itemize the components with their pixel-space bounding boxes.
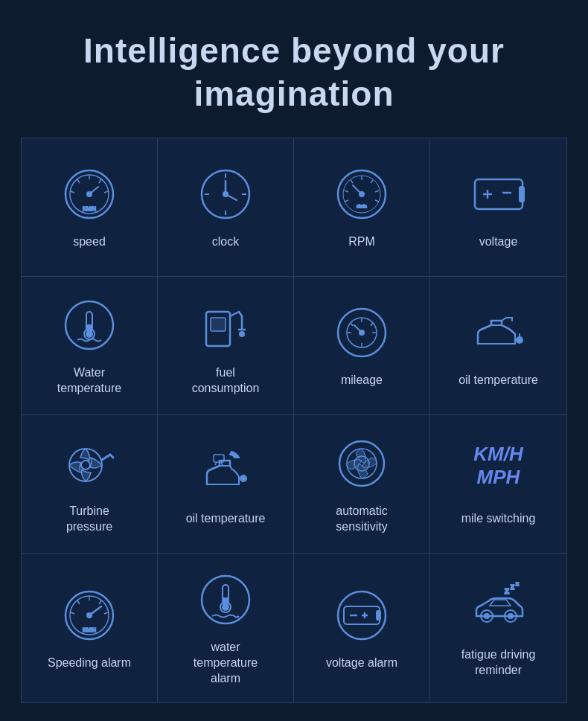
svg-point-46 — [240, 332, 244, 336]
svg-text:z: z — [505, 586, 509, 596]
svg-line-76 — [71, 612, 74, 614]
grid-row-3: Turbinepressure oil temperatur — [22, 415, 566, 554]
water-alarm-icon — [196, 570, 255, 629]
mile-switch-icon: KM/HMPH — [469, 441, 528, 501]
svg-point-66 — [339, 441, 384, 486]
svg-line-74 — [104, 612, 108, 614]
cell-mileage-label: mileage — [341, 373, 383, 388]
cell-auto-sens: automaticsensitivity — [294, 415, 430, 553]
svg-line-61 — [110, 455, 113, 458]
svg-point-92 — [485, 614, 489, 618]
cell-speed: KM/H speed — [22, 138, 158, 276]
svg-line-52 — [351, 323, 353, 326]
svg-line-4 — [99, 179, 101, 183]
svg-line-7 — [71, 191, 74, 193]
mileage-icon — [332, 303, 392, 362]
cell-mileage: mileage — [294, 277, 430, 414]
svg-line-75 — [77, 600, 80, 604]
cell-turbine: Turbinepressure — [22, 415, 158, 553]
cell-water-alarm: watertemperaturealarm — [158, 554, 294, 702]
svg-rect-86 — [377, 611, 380, 620]
svg-point-59 — [81, 461, 90, 470]
cell-voltage: voltage — [430, 138, 566, 276]
cell-auto-sens-label: automaticsensitivity — [336, 504, 387, 535]
cell-oil-temp-label: oil temperature — [458, 373, 538, 388]
cell-water-alarm-label: watertemperaturealarm — [194, 640, 258, 686]
svg-rect-83 — [224, 598, 228, 609]
svg-line-60 — [102, 455, 110, 460]
svg-line-25 — [345, 190, 348, 192]
cell-speed-alarm-label: Speeding alarm — [48, 656, 131, 671]
speed-alarm-icon: KM/H — [60, 586, 119, 645]
svg-text:z: z — [516, 580, 519, 587]
svg-line-21 — [371, 180, 373, 183]
svg-line-23 — [375, 200, 379, 202]
svg-line-50 — [371, 323, 373, 326]
rpm-icon: r/min — [332, 164, 392, 224]
page-title: Intelligence beyond your imagination — [45, 30, 543, 115]
cell-speed-label: speed — [73, 234, 106, 250]
cell-oil-temp2: oil temperature — [158, 415, 294, 553]
svg-point-93 — [508, 614, 513, 618]
svg-text:r/min: r/min — [357, 204, 366, 208]
svg-line-6 — [77, 179, 80, 183]
grid-row-2: Watertemperature fuelconsumption — [22, 277, 566, 415]
cell-oil-temp: oil temperature — [430, 277, 566, 414]
svg-text:z: z — [511, 583, 514, 591]
svg-rect-30 — [475, 179, 523, 209]
svg-point-56 — [359, 330, 364, 335]
oil-gauge-icon — [196, 441, 255, 501]
cell-clock-label: clock — [212, 234, 239, 250]
cell-mile-switch: KM/HMPH mile switching — [430, 415, 566, 553]
cell-fatigue-label: fatigue drivingreminder — [461, 647, 536, 679]
cell-water-temp-label: Watertemperature — [57, 365, 121, 397]
feature-grid: KM/H speed — [21, 138, 567, 703]
svg-rect-31 — [520, 187, 524, 202]
cell-fuel-label: fuelconsumption — [192, 365, 260, 397]
cell-voltage-label: voltage — [479, 234, 518, 250]
cell-rpm-label: RPM — [348, 234, 375, 250]
cell-volt-alarm-label: voltage alarm — [326, 656, 397, 671]
svg-line-17 — [226, 194, 237, 200]
fatigue-icon: z z z — [469, 577, 528, 637]
svg-text:KM/H: KM/H — [83, 206, 96, 211]
grid-row-4: KM/H Speeding alarm — [22, 554, 566, 702]
svg-line-26 — [345, 200, 348, 202]
cell-speed-alarm: KM/H Speeding alarm — [22, 554, 158, 702]
svg-line-5 — [104, 191, 108, 193]
svg-text:KM/H: KM/H — [83, 627, 96, 632]
svg-rect-39 — [88, 325, 92, 336]
header: Intelligence beyond your imagination — [0, 0, 588, 138]
svg-rect-41 — [211, 318, 226, 331]
cell-fuel: fuelconsumption — [158, 277, 294, 414]
clock-icon — [196, 164, 255, 224]
svg-line-24 — [351, 180, 353, 183]
oil-temp-icon — [469, 303, 528, 362]
volt-alarm-icon — [332, 586, 392, 645]
svg-point-78 — [87, 613, 92, 618]
speed-icon: KM/H — [60, 164, 119, 224]
cell-water-temp: Watertemperature — [22, 277, 158, 414]
water-temp-icon — [60, 295, 119, 355]
cell-volt-alarm: voltage alarm — [294, 554, 430, 702]
voltage-icon — [469, 164, 528, 224]
svg-point-28 — [359, 192, 364, 196]
cell-oil-temp2-label: oil temperature — [186, 511, 266, 527]
svg-point-57 — [517, 337, 523, 343]
cell-mile-switch-label: mile switching — [461, 511, 536, 527]
cell-turbine-label: Turbinepressure — [66, 504, 112, 535]
svg-line-42 — [230, 312, 239, 316]
svg-point-9 — [87, 192, 92, 196]
svg-line-22 — [375, 190, 379, 192]
svg-line-73 — [99, 600, 101, 604]
cell-rpm: r/min RPM — [294, 138, 430, 276]
cell-clock: clock — [158, 138, 294, 276]
cell-fatigue: z z z fatigue drivingreminder — [430, 554, 566, 702]
auto-sens-icon — [332, 434, 392, 493]
turbine-icon — [60, 434, 119, 493]
fuel-icon — [196, 295, 255, 355]
svg-point-62 — [240, 475, 246, 481]
grid-row-1: KM/H speed — [22, 138, 566, 277]
